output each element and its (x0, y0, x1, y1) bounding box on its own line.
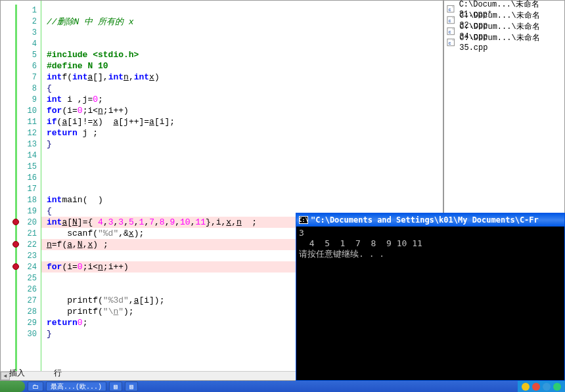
line-number: 14 (28, 151, 37, 160)
code-line[interactable]: //删除N 中 所有的 x (41, 16, 443, 27)
gutter-line[interactable]: 22 (1, 239, 41, 250)
svg-text:c: c (449, 7, 451, 12)
file-list-item[interactable]: cC:\Docum...\未命名35.cpp (445, 37, 563, 48)
gutter-line[interactable]: 14 (1, 150, 41, 161)
code-line[interactable]: for(i=0;i<n;i++) (41, 105, 443, 116)
breakpoint-marker[interactable] (12, 263, 19, 270)
gutter-line[interactable]: 16 (1, 172, 41, 183)
code-line[interactable] (41, 183, 443, 194)
gutter-line[interactable]: 3 (1, 27, 41, 38)
taskbar[interactable]: 🗀 最高...(欧...) ▧ ▧ (0, 381, 565, 392)
gutter-line[interactable]: 10 (1, 105, 41, 116)
line-number: 29 (28, 318, 37, 328)
code-line[interactable] (41, 38, 443, 49)
console-output: 3 4 5 1 7 8 9 10 11 请按任意键继续. . . (296, 227, 564, 261)
cpp-file-icon: c (447, 16, 457, 24)
gutter-line[interactable]: 12 (1, 127, 41, 139)
code-line[interactable] (41, 5, 443, 16)
gutter-line[interactable]: 28 (1, 306, 41, 317)
line-number: 2 (32, 17, 37, 26)
gutter-line[interactable]: 29 (1, 317, 41, 328)
gutter-line[interactable]: 19 (1, 206, 41, 217)
code-line[interactable]: #include <stdio.h> (41, 49, 443, 60)
cpp-file-icon: c (447, 27, 457, 35)
tray-icon[interactable] (522, 383, 530, 391)
gutter-line[interactable]: 21 (1, 228, 41, 239)
svg-text:c: c (449, 18, 451, 23)
gutter-line[interactable]: 15 (1, 161, 41, 172)
tray-icon[interactable] (553, 383, 561, 391)
system-tray[interactable] (518, 381, 565, 392)
gutter-line[interactable]: 7 (1, 72, 41, 83)
code-line[interactable] (41, 27, 443, 38)
start-button[interactable] (0, 381, 25, 392)
taskbar-item[interactable]: 🗀 (28, 381, 43, 391)
line-number: 28 (28, 307, 37, 316)
line-number: 26 (28, 285, 37, 294)
svg-text:c: c (449, 30, 451, 34)
taskbar-item[interactable]: 最高...(欧...) (46, 381, 106, 391)
gutter-line[interactable]: 17 (1, 183, 41, 194)
gutter-line[interactable]: 13 (1, 139, 41, 150)
gutter-line[interactable]: 2 (1, 16, 41, 27)
gutter-line[interactable]: 4 (1, 38, 41, 49)
code-line[interactable]: int main( ) (41, 194, 443, 206)
code-line[interactable]: if(a[i]!=x) a[j++]=a[i]; (41, 116, 443, 127)
line-number: 4 (32, 39, 37, 49)
svg-text:c: c (449, 41, 451, 45)
gutter-line[interactable]: 23 (1, 250, 41, 261)
line-number: 13 (28, 140, 37, 149)
tray-icon[interactable] (543, 383, 551, 391)
line-number: 11 (28, 118, 37, 127)
code-line[interactable] (41, 150, 443, 161)
line-number: 1 (32, 6, 37, 15)
line-number: 16 (28, 173, 37, 183)
file-path: C:\Docum...\未命名35.cpp (459, 32, 563, 53)
code-line[interactable]: int i ,j=0; (41, 94, 443, 105)
line-number: 25 (28, 274, 37, 283)
gutter-line[interactable]: 9 (1, 94, 41, 105)
gutter-line[interactable]: 1 (1, 5, 41, 16)
line-number: 7 (32, 73, 37, 82)
gutter-line[interactable]: 18 (1, 194, 41, 206)
gutter-line[interactable]: 20 (1, 217, 41, 228)
taskbar-item[interactable]: ▧ (125, 381, 138, 391)
line-number: 10 (28, 106, 37, 116)
status-line-label: 行 (54, 368, 62, 379)
status-mode: 插入 (9, 368, 25, 379)
console-title-text: "C:\Documents and Settings\k01\My Docume… (311, 215, 539, 225)
line-number: 12 (28, 129, 37, 138)
code-line[interactable]: #define N 10 (41, 60, 443, 72)
gutter-line[interactable]: 30 (1, 328, 41, 339)
breakpoint-marker[interactable] (12, 241, 19, 248)
line-number: 24 (28, 263, 37, 272)
code-line[interactable] (41, 161, 443, 172)
gutter-line[interactable]: 8 (1, 83, 41, 94)
code-line[interactable]: return j ; (41, 127, 443, 139)
code-line[interactable]: } (41, 139, 443, 150)
taskbar-item[interactable]: ▧ (109, 381, 122, 391)
line-number: 17 (28, 185, 37, 194)
code-line[interactable]: { (41, 83, 443, 94)
scroll-left-button[interactable]: ◄ (1, 372, 10, 380)
gutter-line[interactable]: 11 (1, 116, 41, 127)
gutter[interactable]: 1234567891011121314151617181920212223242… (1, 1, 41, 380)
line-number: 8 (32, 84, 37, 93)
line-number: 30 (28, 330, 37, 339)
gutter-line[interactable]: 24 (1, 261, 41, 272)
gutter-line[interactable]: 25 (1, 272, 41, 284)
console-titlebar[interactable]: C:\ "C:\Documents and Settings\k01\My Do… (296, 213, 564, 227)
gutter-line[interactable]: 27 (1, 295, 41, 306)
gutter-line[interactable]: 5 (1, 49, 41, 60)
line-number: 9 (32, 95, 37, 104)
cpp-file-icon: c (447, 5, 457, 13)
tray-icon[interactable] (532, 383, 540, 391)
code-line[interactable] (41, 172, 443, 183)
line-number: 15 (28, 162, 37, 171)
code-line[interactable]: int f(int a[],int n,int x) (41, 72, 443, 83)
line-number: 20 (28, 218, 37, 227)
gutter-line[interactable]: 26 (1, 284, 41, 295)
console-window[interactable]: C:\ "C:\Documents and Settings\k01\My Do… (296, 213, 565, 381)
gutter-line[interactable]: 6 (1, 60, 41, 72)
breakpoint-marker[interactable] (12, 219, 19, 225)
